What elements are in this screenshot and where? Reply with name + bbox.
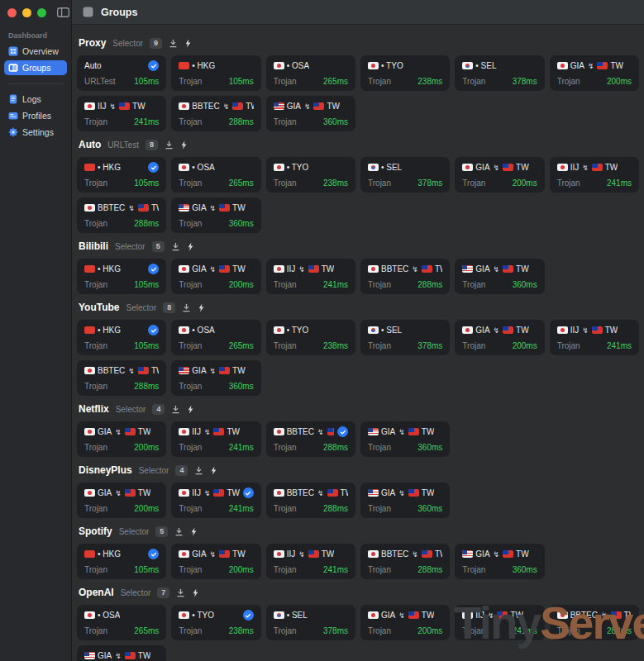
latency-test-download-icon[interactable]: [176, 588, 185, 597]
proxy-node-card-gia_jp[interactable]: GIA↯TW Trojan 200ms: [77, 483, 166, 518]
node-type: Trojan: [84, 505, 107, 513]
tw-flag-icon: [219, 204, 230, 212]
proxy-node-card-iij[interactable]: IIJ↯TW Trojan 241ms: [171, 483, 260, 518]
proxy-node-card-gia_jp[interactable]: GIA↯TW Trojan 200ms: [360, 605, 450, 640]
proxy-node-card-gia_us[interactable]: GIA↯TW Trojan 360ms: [77, 645, 166, 661]
proxy-node-card-osa[interactable]: • OSA Trojan 265ms: [171, 157, 260, 193]
proxy-node-card-iij[interactable]: IIJ↯TW Trojan 241ms: [550, 157, 639, 193]
proxy-node-card-tyo[interactable]: • TYO Trojan 238ms: [266, 157, 355, 193]
proxy-node-card-hkg[interactable]: • HKG Trojan 105ms: [77, 544, 166, 579]
node-latency: 238ms: [323, 342, 348, 350]
proxy-node-card-iij[interactable]: IIJ↯TW Trojan 241ms: [266, 259, 355, 294]
zoom-window-button[interactable]: [37, 8, 46, 17]
sidebar-item-profiles[interactable]: Profiles: [4, 108, 67, 123]
proxy-node-card-iij[interactable]: IIJ↯TW Trojan 241ms: [455, 605, 544, 640]
node-name-text: IIJ: [98, 102, 107, 111]
node-type: Trojan: [368, 281, 391, 289]
latency-test-download-icon[interactable]: [165, 140, 174, 150]
latency-test-download-icon[interactable]: [182, 303, 191, 312]
proxy-node-card-bbtec[interactable]: BBTEC↯TW Trojan 288ms: [266, 421, 355, 457]
proxy-node-card-sel[interactable]: • SEL Trojan 378ms: [360, 320, 450, 355]
proxy-node-card-bbtec[interactable]: BBTEC↯TW Trojan 288ms: [171, 96, 260, 131]
proxy-node-card-gia_us[interactable]: GIA↯TW Trojan 360ms: [266, 96, 355, 131]
proxy-node-card-iij[interactable]: IIJ↯TW Trojan 241ms: [77, 96, 166, 131]
proxy-node-card-auto[interactable]: Auto URLTest 105ms: [77, 55, 166, 91]
proxy-node-card-gia_us[interactable]: GIA↯TW Trojan 360ms: [171, 197, 260, 233]
proxy-node-card-gia_jp[interactable]: GIA↯TW Trojan 200ms: [455, 157, 544, 193]
speed-test-bolt-icon[interactable]: [210, 466, 217, 475]
tw-flag-icon: [327, 428, 334, 435]
proxy-node-card-bbtec[interactable]: BBTEC↯TW Trojan 288ms: [550, 605, 639, 640]
latency-test-download-icon[interactable]: [171, 242, 180, 251]
proxy-node-card-hkg[interactable]: • HKG Trojan 105ms: [77, 320, 166, 355]
proxy-node-card-gia_jp[interactable]: GIA↯TW Trojan 200ms: [171, 544, 260, 579]
node-type: Trojan: [84, 118, 107, 126]
us-flag-icon: [368, 428, 379, 435]
latency-test-download-icon[interactable]: [171, 405, 180, 414]
proxy-node-card-iij[interactable]: IIJ↯TW Trojan 241ms: [266, 544, 355, 579]
proxy-node-card-gia_us[interactable]: GIA↯TW Trojan 360ms: [455, 544, 544, 579]
node-name: IIJ↯TW: [557, 163, 618, 172]
speed-test-bolt-icon[interactable]: [187, 242, 194, 251]
speed-test-bolt-icon[interactable]: [187, 405, 194, 414]
proxy-cards-grid: • HKG Trojan 105ms GIA↯TW Trojan 200ms I…: [77, 544, 639, 579]
speed-test-bolt-icon[interactable]: [192, 588, 199, 597]
group-count-badge: 4: [152, 404, 165, 415]
window-controls: [0, 0, 71, 25]
node-name-text: GIA: [287, 102, 301, 111]
node-name: IIJ↯TW: [557, 326, 618, 335]
proxy-node-card-gia_jp[interactable]: GIA↯TW Trojan 200ms: [455, 320, 544, 355]
proxy-node-card-gia_jp[interactable]: GIA↯TW Trojan 200ms: [171, 259, 260, 294]
proxy-node-card-hkg[interactable]: • HKG Trojan 105ms: [77, 157, 166, 193]
close-window-button[interactable]: [7, 8, 17, 17]
proxy-node-card-gia_us[interactable]: GIA↯TW Trojan 360ms: [455, 259, 544, 294]
proxy-node-card-gia_us[interactable]: GIA↯TW Trojan 360ms: [360, 483, 450, 518]
proxy-node-card-osa[interactable]: • OSA Trojan 265ms: [266, 55, 355, 91]
proxy-node-card-osa[interactable]: • OSA Trojan 265ms: [171, 320, 260, 355]
proxy-node-card-gia_us[interactable]: GIA↯TW Trojan 360ms: [360, 421, 450, 457]
proxy-node-card-sel[interactable]: • SEL Trojan 378ms: [360, 157, 450, 193]
proxy-node-card-sel[interactable]: • SEL Trojan 378ms: [266, 605, 355, 640]
proxy-node-card-hkg[interactable]: • HKG Trojan 105ms: [171, 55, 260, 91]
proxy-node-card-bbtec[interactable]: BBTEC↯TW Trojan 288ms: [77, 360, 166, 396]
node-latency: 241ms: [229, 505, 254, 513]
latency-test-download-icon[interactable]: [194, 466, 203, 475]
sidebar-item-settings[interactable]: Settings: [4, 125, 67, 140]
node-latency: 241ms: [607, 342, 632, 350]
relay-arrow: ↯: [128, 204, 135, 212]
sidebar-item-overview[interactable]: Overview: [4, 44, 67, 59]
node-type: URLTest: [84, 78, 116, 86]
proxy-node-card-iij[interactable]: IIJ↯TW Trojan 241ms: [171, 421, 260, 457]
latency-test-download-icon[interactable]: [169, 39, 178, 48]
proxy-node-card-osa[interactable]: • OSA Trojan 265ms: [77, 605, 166, 640]
sidebar-item-groups[interactable]: Groups: [4, 60, 67, 75]
proxy-node-card-bbtec[interactable]: BBTEC↯TW Trojan 288ms: [77, 197, 166, 233]
tw-flag-icon: [308, 550, 319, 558]
sidebar-item-logs[interactable]: Logs: [4, 92, 67, 107]
node-type: Trojan: [462, 627, 485, 635]
proxy-node-card-bbtec[interactable]: BBTEC↯TW Trojan 288ms: [266, 483, 355, 518]
node-latency: 200ms: [417, 627, 442, 635]
proxy-node-card-tyo[interactable]: • TYO Trojan 238ms: [266, 320, 355, 355]
proxy-node-card-tyo[interactable]: • TYO Trojan 238ms: [171, 605, 260, 640]
node-name-text: • HKG: [98, 264, 121, 273]
node-name: GIA↯TW: [179, 264, 245, 273]
node-latency: 378ms: [417, 342, 442, 350]
proxy-node-card-gia_jp[interactable]: GIA↯TW Trojan 200ms: [77, 421, 166, 457]
speed-test-bolt-icon[interactable]: [198, 303, 205, 312]
proxy-node-card-hkg[interactable]: • HKG Trojan 105ms: [77, 259, 166, 294]
proxy-node-card-gia_us[interactable]: GIA↯TW Trojan 360ms: [171, 360, 260, 396]
group-type-label: Selector: [121, 588, 151, 597]
proxy-node-card-gia_jp[interactable]: GIA↯TW Trojan 200ms: [550, 55, 639, 91]
proxy-node-card-bbtec[interactable]: BBTEC↯TW Trojan 288ms: [360, 259, 450, 294]
speed-test-bolt-icon[interactable]: [190, 527, 198, 536]
proxy-node-card-iij[interactable]: IIJ↯TW Trojan 241ms: [550, 320, 639, 355]
proxy-node-card-bbtec[interactable]: BBTEC↯TW Trojan 288ms: [360, 544, 450, 579]
proxy-node-card-sel[interactable]: • SEL Trojan 378ms: [455, 55, 544, 91]
latency-test-download-icon[interactable]: [174, 527, 184, 536]
proxy-node-card-tyo[interactable]: • TYO Trojan 238ms: [360, 55, 450, 91]
speed-test-bolt-icon[interactable]: [184, 39, 192, 48]
sidebar-toggle-icon[interactable]: [57, 7, 69, 17]
minimize-window-button[interactable]: [22, 8, 31, 17]
speed-test-bolt-icon[interactable]: [180, 140, 188, 150]
